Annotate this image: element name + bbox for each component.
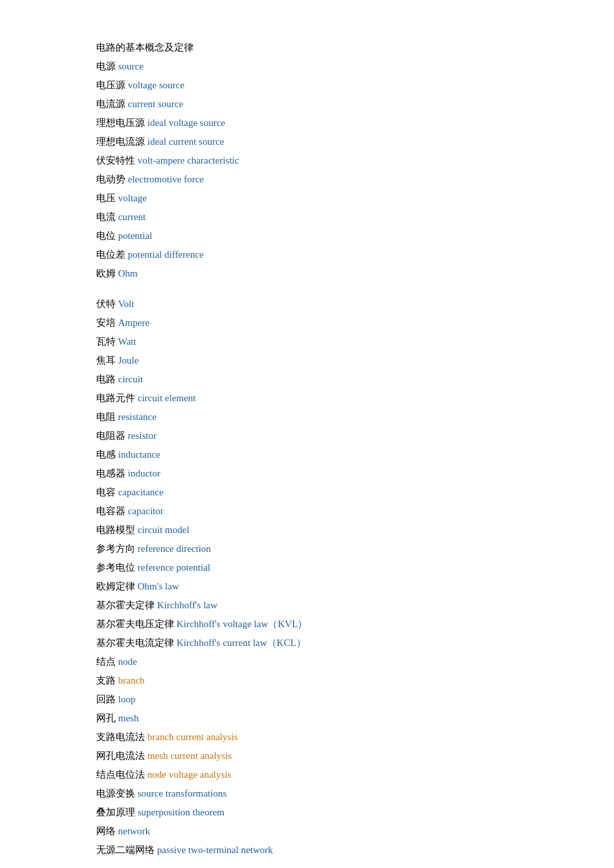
term-en: reference potential [138, 562, 211, 573]
term-zh: 电流源 [96, 99, 125, 109]
term-en: capacitor [128, 506, 164, 516]
term-line: 参考方向 reference direction [96, 540, 518, 558]
term-en: capacitance [118, 487, 164, 497]
term-line: 无源二端网络 passive two-terminal network [96, 841, 518, 859]
term-line: 电位 potential [96, 227, 518, 245]
term-zh: 网孔 [96, 713, 116, 723]
term-line: 结点 node [96, 653, 518, 671]
term-en: mesh current analysis [147, 750, 232, 761]
term-line: 电压源 voltage source [96, 77, 518, 94]
term-zh: 网孔电流法 [96, 750, 145, 761]
term-zh: 电位差 [96, 249, 125, 260]
term-zh: 焦耳 [96, 355, 116, 366]
term-line: 基尔霍夫电流定律 Kirchhoff's current law（KCL） [96, 634, 518, 652]
term-line: 电压 voltage [96, 190, 518, 207]
term-en: Kirchhoff's law [157, 600, 218, 610]
term-zh: 基尔霍夫电流定律 [96, 638, 174, 648]
term-en: Watt [118, 336, 136, 347]
term-zh: 电感器 [96, 468, 125, 478]
term-line: 基尔霍夫电压定律 Kirchhoff's voltage law（KVL） [96, 615, 518, 633]
term-line: 电容器 capacitor [96, 502, 518, 520]
term-line: 理想电流源 ideal current source [96, 133, 518, 151]
term-en: Ohm [118, 268, 138, 279]
term-zh: 支路电流法 [96, 732, 145, 742]
term-zh: 回路 [96, 694, 116, 704]
term-zh: 电压源 [96, 80, 125, 90]
term-zh: 电流 [96, 212, 116, 222]
term-zh: 支路 [96, 675, 116, 686]
term-zh: 电阻 [96, 412, 116, 422]
term-line: 安培 Ampere [96, 314, 518, 332]
term-en: reference direction [138, 543, 211, 554]
term-en: branch current analysis [147, 732, 238, 742]
term-en: Ohm's law [138, 581, 179, 591]
term-zh: 无源二端网络 [96, 845, 155, 855]
term-en: circuit element [138, 393, 196, 403]
term-zh: 电源变换 [96, 788, 135, 799]
term-line: 支路 branch [96, 672, 518, 689]
term-en: node [118, 656, 137, 667]
term-zh: 网络 [96, 826, 116, 836]
term-zh: 欧姆 [96, 268, 116, 279]
term-en: Joule [118, 355, 139, 366]
term-zh: 理想电压源 [96, 118, 145, 128]
term-en: mesh [118, 713, 139, 723]
term-en: voltage [118, 193, 147, 203]
term-line: 电路模型 circuit model [96, 521, 518, 539]
term-zh: 电感 [96, 449, 116, 460]
term-zh: 基尔霍夫定律 [96, 600, 155, 610]
term-en: superposition theorem [138, 807, 225, 817]
term-zh: 瓦特 [96, 336, 116, 347]
term-zh: 参考方向 [96, 543, 135, 554]
term-en: circuit [118, 374, 143, 384]
term-en: source [118, 61, 144, 71]
term-line: 电容 capacitance [96, 484, 518, 501]
term-en: Volt [118, 299, 134, 309]
term-line: 电阻器 resistor [96, 427, 518, 445]
term-zh: 电路元件 [96, 393, 135, 403]
terms-list: 电路的基本概念及定律电源 source电压源 voltage source电流源… [96, 39, 518, 859]
term-line: 叠加原理 superposition theorem [96, 804, 518, 821]
term-zh: 电压 [96, 193, 116, 203]
term-zh: 伏安特性 [96, 155, 135, 166]
term-line: 基尔霍夫定律 Kirchhoff's law [96, 597, 518, 614]
content-area: 电路的基本概念及定律电源 source电压源 voltage source电流源… [96, 39, 518, 859]
term-zh: 结点 [96, 656, 116, 667]
term-zh: 电路的基本概念及定律 [96, 42, 194, 53]
term-line: 电阻 resistance [96, 408, 518, 426]
term-line: 欧姆定律 Ohm's law [96, 578, 518, 595]
term-line: 电路 circuit [96, 371, 518, 388]
term-line: 电流 current [96, 208, 518, 226]
term-zh: 电位 [96, 230, 116, 241]
term-en: potential difference [128, 249, 204, 260]
term-zh: 伏特 [96, 299, 116, 309]
term-en: voltage source [128, 80, 185, 90]
term-line: 电流源 current source [96, 95, 518, 113]
term-en: passive two-terminal network [157, 845, 273, 855]
term-en: circuit model [138, 525, 190, 535]
term-line: 瓦特 Watt [96, 333, 518, 351]
term-line: 电源 source [96, 58, 518, 75]
term-line: 电路的基本概念及定律 [96, 39, 518, 56]
term-zh: 电源 [96, 61, 116, 71]
term-zh: 欧姆定律 [96, 581, 135, 591]
term-en: Ampere [118, 317, 149, 328]
term-en: ideal voltage source [147, 118, 225, 128]
term-en: network [118, 826, 150, 836]
term-zh: 电阻器 [96, 430, 125, 441]
term-line: 网孔 mesh [96, 710, 518, 727]
term-line: 电路元件 circuit element [96, 390, 518, 407]
term-zh: 安培 [96, 317, 116, 328]
term-line: 伏安特性 volt-ampere characteristic [96, 152, 518, 169]
term-line: 电动势 electromotive force [96, 171, 518, 188]
term-line: 网孔电流法 mesh current analysis [96, 747, 518, 765]
term-en: volt-ampere characteristic [138, 155, 239, 166]
term-en: electromotive force [128, 174, 204, 184]
term-line: 参考电位 reference potential [96, 559, 518, 577]
term-zh: 理想电流源 [96, 136, 145, 147]
term-line: 支路电流法 branch current analysis [96, 728, 518, 746]
term-zh: 电动势 [96, 174, 125, 184]
term-zh: 电容器 [96, 506, 125, 516]
term-en: loop [118, 694, 136, 704]
term-en: inductance [118, 449, 160, 460]
